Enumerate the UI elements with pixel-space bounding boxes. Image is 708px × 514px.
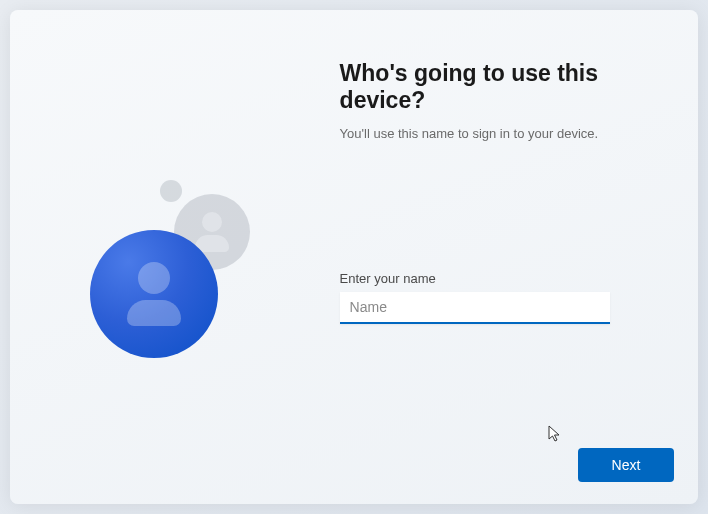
- decorative-dot: [160, 180, 182, 202]
- page-subtitle: You'll use this name to sign in to your …: [340, 126, 658, 141]
- setup-window: Who's going to use this device? You'll u…: [10, 10, 698, 504]
- illustration-pane: [10, 10, 320, 504]
- name-field-label: Enter your name: [340, 271, 658, 286]
- content-pane: Who's going to use this device? You'll u…: [320, 10, 698, 504]
- next-button[interactable]: Next: [578, 448, 674, 482]
- user-avatar-icon: [90, 230, 218, 358]
- page-title: Who's going to use this device?: [340, 60, 658, 114]
- name-input[interactable]: [340, 292, 610, 324]
- user-illustration: [80, 180, 300, 400]
